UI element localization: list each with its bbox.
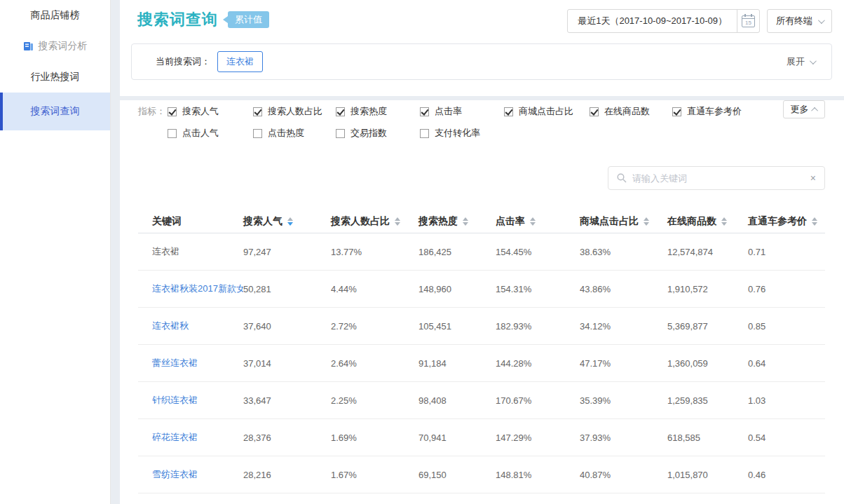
sort-desc-icon[interactable] <box>530 222 536 226</box>
metric-label: 点击人气 <box>182 127 219 139</box>
search-box: × <box>608 166 825 190</box>
table-row: 连衣裙秋装2017新款女50,2814.44%148,960154.31%43.… <box>138 271 825 308</box>
table-header-row: 关键词搜索人气搜索人数占比搜索热度点击率商城点击占比在线商品数直通车参考价 <box>138 210 825 233</box>
sort-asc-icon[interactable] <box>530 217 536 221</box>
cumulative-badge: 累计值 <box>228 11 269 28</box>
checkbox-checked[interactable] <box>420 107 429 116</box>
checkbox[interactable] <box>336 129 345 138</box>
sort-asc-icon[interactable] <box>395 217 400 221</box>
metrics-label: 指标： <box>138 105 168 118</box>
keyword-cell: 连衣裙秋装2017新款女 <box>138 282 243 295</box>
sidebar-item-3[interactable]: 搜索词查询 <box>0 93 110 130</box>
value-cell: 37.93% <box>580 433 667 443</box>
column-header: 搜索人气 <box>243 215 331 228</box>
chevron-down-icon <box>810 57 817 64</box>
checkbox[interactable] <box>168 129 177 138</box>
value-cell: 34.12% <box>580 321 667 332</box>
sort-desc-icon[interactable] <box>287 222 293 226</box>
sort-asc-icon[interactable] <box>463 217 468 221</box>
sort-desc-icon[interactable] <box>644 222 649 226</box>
expand-label: 展开 <box>787 55 805 68</box>
checkbox-checked[interactable] <box>336 107 345 116</box>
metric-checkbox-item[interactable]: 点击率 <box>420 105 504 118</box>
keyword-link[interactable]: 雪纺连衣裙 <box>152 469 198 479</box>
sort-asc-icon[interactable] <box>644 217 649 221</box>
ledger-icon <box>23 41 34 51</box>
keyword-link[interactable]: 连衣裙秋 <box>152 320 189 331</box>
sort-control[interactable] <box>644 217 649 226</box>
main-content: 搜索词查询 累计值 最近1天（2017-10-09~2017-10-09） 15 <box>120 0 844 504</box>
keyword-link[interactable]: 碎花连衣裙 <box>152 432 198 442</box>
checkbox[interactable] <box>253 129 262 138</box>
keyword-link[interactable]: 蕾丝连衣裙 <box>152 357 198 368</box>
value-cell: 1,910,572 <box>667 284 748 294</box>
current-keyword-chip[interactable]: 连衣裙 <box>217 51 263 72</box>
sort-desc-icon[interactable] <box>721 222 727 226</box>
value-cell: 69,150 <box>418 470 496 480</box>
sort-control[interactable] <box>812 217 817 226</box>
value-cell: 40.87% <box>580 470 667 480</box>
metric-checkbox-item[interactable]: 点击人气 <box>168 127 253 139</box>
value-cell: 0.64 <box>748 358 825 369</box>
value-cell: 148.81% <box>496 470 580 480</box>
sort-asc-icon[interactable] <box>721 217 727 221</box>
metric-checkbox-item[interactable]: 商城点击占比 <box>504 105 590 118</box>
checkbox-checked[interactable] <box>168 107 177 116</box>
header-section: 搜索词查询 累计值 最近1天（2017-10-09~2017-10-09） 15 <box>120 0 844 96</box>
checkbox-checked[interactable] <box>504 107 513 116</box>
value-cell: 37,014 <box>243 358 331 369</box>
metric-label: 支付转化率 <box>435 127 480 139</box>
sidebar-item-1[interactable]: 搜索词分析 <box>0 31 110 62</box>
metric-checkbox-item[interactable]: 搜索人气 <box>168 105 253 118</box>
title-wrap: 搜索词查询 累计值 <box>137 9 269 30</box>
calendar-button[interactable]: 15 <box>737 10 759 32</box>
metric-label: 商城点击占比 <box>519 105 573 118</box>
terminal-select[interactable]: 所有终端 <box>767 9 832 33</box>
value-cell: 4.44% <box>331 284 418 294</box>
metric-checkbox-item[interactable]: 搜索热度 <box>336 105 420 118</box>
metric-checkbox-item[interactable]: 在线商品数 <box>590 105 672 118</box>
sidebar-item-0[interactable]: 商品店铺榜 <box>0 0 110 31</box>
value-cell: 186,425 <box>418 247 496 257</box>
keyword-search-input[interactable] <box>632 173 805 184</box>
value-cell: 1,360,059 <box>667 358 748 369</box>
sidebar-item-label: 商品店铺榜 <box>31 9 80 22</box>
keyword-link[interactable]: 连衣裙秋装2017新款女 <box>152 283 243 294</box>
sort-desc-icon[interactable] <box>463 222 468 226</box>
sort-desc-icon[interactable] <box>812 222 817 226</box>
column-header: 在线商品数 <box>667 215 748 228</box>
sort-control[interactable] <box>287 217 293 226</box>
sort-desc-icon[interactable] <box>395 222 400 226</box>
metric-checkbox-item[interactable]: 支付转化率 <box>420 127 504 139</box>
calendar-day: 15 <box>745 19 751 27</box>
checkbox-checked[interactable] <box>590 107 599 116</box>
checkbox-checked[interactable] <box>672 107 681 116</box>
metric-label: 搜索人数占比 <box>268 105 322 118</box>
more-button[interactable]: 更多 <box>783 100 825 118</box>
sidebar-item-2[interactable]: 行业热搜词 <box>0 62 110 93</box>
sort-control[interactable] <box>530 217 536 226</box>
clear-icon[interactable]: × <box>810 173 816 183</box>
value-cell: 28,376 <box>243 433 331 443</box>
metric-checkbox-item[interactable]: 交易指数 <box>336 127 420 139</box>
sort-control[interactable] <box>463 217 468 226</box>
title-row: 搜索词查询 累计值 最近1天（2017-10-09~2017-10-09） 15 <box>131 9 832 33</box>
column-header: 搜索人数占比 <box>331 215 418 228</box>
checkbox[interactable] <box>420 129 429 138</box>
page-title: 搜索词查询 <box>137 9 218 30</box>
content-gutter <box>111 0 120 504</box>
date-range-button[interactable]: 最近1天（2017-10-09~2017-10-09） <box>568 10 737 32</box>
metric-checkbox-item[interactable]: 点击热度 <box>253 127 336 139</box>
column-header-label: 点击率 <box>496 215 525 228</box>
expand-button[interactable]: 展开 <box>787 55 815 68</box>
keyword-link[interactable]: 针织连衣裙 <box>152 395 198 405</box>
sort-control[interactable] <box>721 217 727 226</box>
date-range-label: 最近1天（2017-10-09~2017-10-09） <box>578 15 727 27</box>
sort-asc-icon[interactable] <box>287 217 293 221</box>
column-header: 搜索热度 <box>418 215 496 228</box>
header-controls: 最近1天（2017-10-09~2017-10-09） 15 所有终端 <box>567 9 832 33</box>
metric-checkbox-item[interactable]: 搜索人数占比 <box>253 105 336 118</box>
sort-control[interactable] <box>395 217 400 226</box>
checkbox-checked[interactable] <box>253 107 262 116</box>
sort-asc-icon[interactable] <box>812 217 817 221</box>
